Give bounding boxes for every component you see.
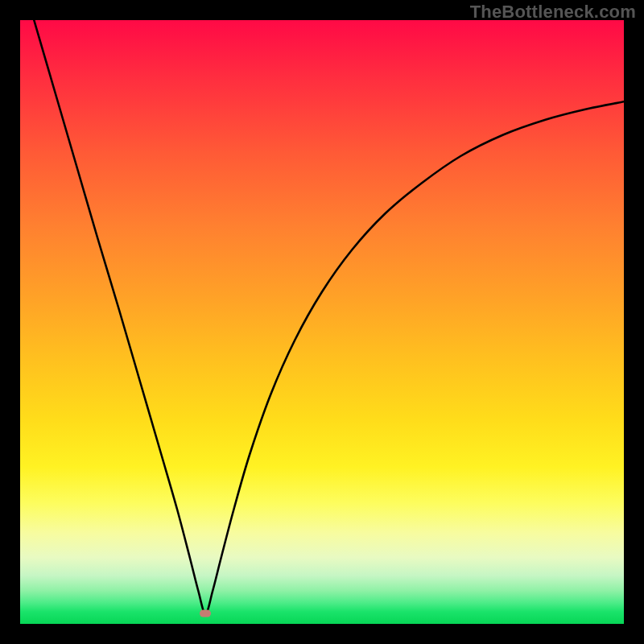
chart-curve bbox=[34, 20, 624, 613]
chart-plot-area bbox=[20, 20, 624, 624]
chart-container: TheBottleneck.com bbox=[0, 0, 644, 644]
chart-curve-svg bbox=[20, 20, 624, 624]
chart-min-marker bbox=[200, 610, 211, 617]
watermark-text: TheBottleneck.com bbox=[470, 2, 636, 23]
